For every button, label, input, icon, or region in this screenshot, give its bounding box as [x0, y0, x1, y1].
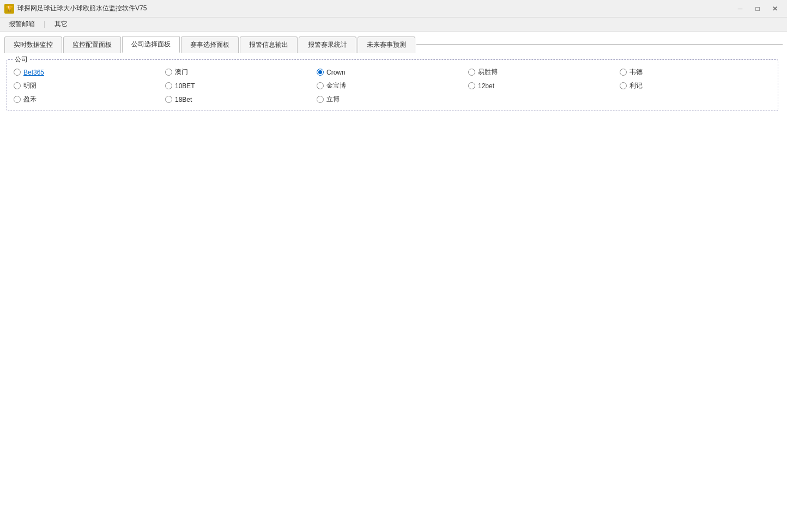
title-bar-left: 🏆 球探网足球让球大小球欧赔水位监控软件V75: [4, 4, 147, 14]
title-bar: 🏆 球探网足球让球大小球欧赔水位监控软件V75 ─ □ ✕: [0, 0, 787, 17]
tab-company[interactable]: 公司选择面板: [122, 36, 180, 53]
radio-label-weide: 韦德: [629, 68, 643, 77]
radio-label-mingyin: 明阴: [23, 81, 37, 90]
radio-circle-crown[interactable]: [317, 69, 324, 76]
radio-label-jinbaobo: 金宝博: [326, 81, 346, 90]
radio-item-bet365[interactable]: Bet365: [14, 68, 165, 77]
tab-alert-stats[interactable]: 报警赛果统计: [299, 36, 356, 53]
radio-circle-weide[interactable]: [620, 69, 627, 76]
company-group-box: 公司 Bet365 澳门 Crown 易胜博: [7, 59, 778, 111]
radio-item-weide[interactable]: 韦德: [620, 68, 771, 77]
radio-circle-bet365[interactable]: [14, 69, 21, 76]
menu-separator: ｜: [41, 20, 48, 29]
radio-item-macau[interactable]: 澳门: [165, 68, 317, 77]
radio-item-12bet[interactable]: 12bet: [468, 81, 620, 90]
radio-item-libo[interactable]: 立博: [317, 95, 468, 104]
radio-label-10bet: 10BET: [175, 82, 195, 90]
radio-item-18bet[interactable]: 18Bet: [165, 95, 317, 104]
radio-item-liji[interactable]: 利记: [620, 81, 771, 90]
company-radio-grid: Bet365 澳门 Crown 易胜博 韦德: [14, 68, 771, 104]
radio-circle-mingyin[interactable]: [14, 82, 21, 89]
radio-label-bet365: Bet365: [23, 69, 44, 76]
radio-label-12bet: 12bet: [478, 82, 494, 90]
minimize-button[interactable]: ─: [732, 3, 748, 14]
grid-placeholder-2: [620, 95, 771, 104]
radio-label-yishengbo: 易胜博: [478, 68, 498, 77]
tab-alert-output[interactable]: 报警信息输出: [240, 36, 298, 53]
radio-item-10bet[interactable]: 10BET: [165, 81, 317, 90]
radio-item-crown[interactable]: Crown: [317, 68, 468, 77]
tab-future[interactable]: 未来赛事预测: [358, 36, 415, 53]
title-bar-controls: ─ □ ✕: [732, 3, 783, 14]
company-group-title: 公司: [13, 55, 30, 64]
radio-label-liji: 利记: [629, 81, 643, 90]
radio-label-18bet: 18Bet: [175, 96, 192, 103]
radio-item-yinghe[interactable]: 盈禾: [14, 95, 165, 104]
maximize-button[interactable]: □: [750, 3, 765, 14]
title-text: 球探网足球让球大小球欧赔水位监控软件V75: [17, 4, 147, 13]
tab-bar: 实时数据监控 监控配置面板 公司选择面板 赛事选择面板 报警信息输出 报警赛果统…: [0, 32, 787, 53]
tab-match[interactable]: 赛事选择面板: [181, 36, 239, 53]
radio-item-mingyin[interactable]: 明阴: [14, 81, 165, 90]
menu-bar: 报警邮箱 ｜ 其它: [0, 17, 787, 32]
panel-content: 公司 Bet365 澳门 Crown 易胜博: [0, 53, 787, 532]
radio-label-macau: 澳门: [175, 68, 188, 77]
tab-border: [416, 44, 783, 45]
radio-circle-10bet[interactable]: [165, 82, 172, 89]
radio-label-yinghe: 盈禾: [23, 95, 37, 104]
radio-circle-12bet[interactable]: [468, 82, 475, 89]
radio-circle-libo[interactable]: [317, 96, 324, 103]
tab-monitor[interactable]: 监控配置面板: [63, 36, 121, 53]
grid-placeholder-1: [468, 95, 620, 104]
radio-label-libo: 立博: [326, 95, 340, 104]
radio-label-crown: Crown: [326, 69, 346, 76]
radio-circle-macau[interactable]: [165, 69, 172, 76]
app-icon: 🏆: [4, 4, 14, 14]
radio-circle-18bet[interactable]: [165, 96, 172, 103]
radio-item-jinbaobo[interactable]: 金宝博: [317, 81, 468, 90]
close-button[interactable]: ✕: [767, 3, 783, 14]
radio-item-yishengbo[interactable]: 易胜博: [468, 68, 620, 77]
radio-circle-liji[interactable]: [620, 82, 627, 89]
radio-circle-jinbaobo[interactable]: [317, 82, 324, 89]
tab-realtime[interactable]: 实时数据监控: [4, 36, 62, 53]
radio-circle-yinghe[interactable]: [14, 96, 21, 103]
menu-item-other[interactable]: 其它: [50, 19, 72, 30]
menu-item-email[interactable]: 报警邮箱: [4, 19, 39, 30]
radio-circle-yishengbo[interactable]: [468, 69, 475, 76]
main-content: 实时数据监控 监控配置面板 公司选择面板 赛事选择面板 报警信息输出 报警赛果统…: [0, 32, 787, 532]
